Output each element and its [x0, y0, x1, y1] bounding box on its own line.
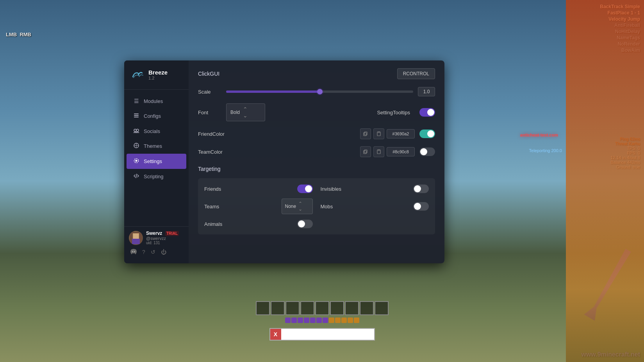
- teams-value: None: [285, 204, 296, 209]
- bottom-search-bar: X: [269, 328, 375, 341]
- svg-rect-11: [132, 239, 140, 244]
- themes-icon: [133, 143, 140, 149]
- gem-2: [291, 318, 297, 323]
- lmb-label: LMB RMB: [6, 32, 31, 37]
- rank-badge: TRIAL: [165, 231, 179, 236]
- svg-rect-0: [134, 114, 139, 114]
- teams-dropdown[interactable]: None ⌃⌄: [282, 199, 313, 214]
- friends-toggle[interactable]: [297, 185, 313, 193]
- themes-label: Themes: [144, 143, 162, 149]
- discord-btn[interactable]: [130, 249, 137, 256]
- scale-slider[interactable]: [226, 90, 413, 93]
- sidebar-item-modules[interactable]: ☰ Modules: [127, 94, 186, 108]
- friend-color-toggle[interactable]: [419, 130, 435, 138]
- team-color-label: TeamColor: [198, 149, 237, 155]
- hotbar-slot-8: [360, 301, 374, 315]
- svg-point-4: [136, 129, 139, 131]
- socials-label: Socials: [144, 128, 160, 134]
- friend-color-paste-icon[interactable]: [373, 128, 384, 139]
- hotbar-slot-4: [300, 301, 314, 315]
- gem-row: [285, 318, 359, 323]
- app-logo-text: Breeze 1.2: [148, 69, 168, 80]
- teleporting-text: Teleporting 200.0: [529, 148, 562, 153]
- app-logo-icon: [130, 67, 144, 82]
- close-search-btn[interactable]: X: [270, 329, 281, 340]
- sidebar-item-socials[interactable]: Socials: [127, 124, 186, 138]
- slider-thumb[interactable]: [317, 89, 323, 94]
- hotbar-slot-9: [375, 301, 389, 315]
- help-btn[interactable]: ?: [142, 249, 145, 256]
- search-input[interactable]: [281, 329, 374, 340]
- friend-color-copy-icon[interactable]: [360, 128, 371, 139]
- clickgui-keybind[interactable]: RCONTROL: [397, 68, 435, 79]
- hotbar-slot-3: [285, 301, 300, 315]
- font-label: Font: [198, 110, 221, 115]
- main-panel: Breeze 1.2 ☰ Modules Configs: [124, 60, 444, 263]
- tooltips-toggle[interactable]: [419, 108, 435, 117]
- gem-gold-4: [348, 318, 353, 323]
- mobs-toggle[interactable]: [413, 202, 429, 211]
- refresh-btn[interactable]: ↺: [151, 249, 155, 256]
- friend-color-label: FriendColor: [198, 131, 237, 137]
- font-dropdown-arrow: ⌃⌄: [243, 106, 248, 119]
- team-color-copy-icon[interactable]: [360, 146, 371, 157]
- svg-point-3: [134, 129, 136, 131]
- gem-1: [285, 318, 291, 323]
- animals-toggle-knob: [298, 220, 305, 227]
- power-btn[interactable]: ⏻: [161, 249, 166, 256]
- hud-topleft: LMB RMB: [6, 31, 31, 37]
- invisibles-item: Invisibles: [321, 185, 429, 193]
- friend-color-actions: #3690a2: [360, 128, 435, 139]
- gem-3: [298, 318, 303, 323]
- sidebar-item-themes[interactable]: Themes: [127, 138, 186, 154]
- slider-fill: [226, 90, 320, 93]
- svg-rect-14: [364, 133, 366, 136]
- teams-label: Teams: [204, 204, 278, 209]
- scripting-label: Scripting: [144, 174, 164, 179]
- avatar: [129, 231, 143, 245]
- gem-4: [304, 318, 309, 323]
- sidebar-item-scripting[interactable]: Scripting: [127, 169, 186, 184]
- team-color-toggle[interactable]: [419, 147, 435, 156]
- svg-rect-19: [364, 150, 367, 153]
- animals-label: Animals: [204, 221, 293, 227]
- sidebar-item-settings[interactable]: Settings: [127, 154, 186, 169]
- svg-rect-18: [364, 151, 366, 154]
- friends-item: Friends: [204, 185, 313, 193]
- scripting-icon: [133, 173, 140, 180]
- svg-point-6: [136, 160, 137, 162]
- team-color-hex: #8c90c8: [387, 147, 415, 156]
- gem-gold-5: [354, 318, 359, 323]
- gem-5: [310, 318, 316, 323]
- team-color-row: TeamColor #8c90c8: [198, 146, 435, 157]
- friend-color-row: FriendColor #3690a2: [198, 128, 435, 139]
- mobs-toggle-knob: [414, 203, 421, 210]
- mobs-item: Mobs: [321, 199, 429, 214]
- scale-row: Scale 1.0: [198, 87, 435, 96]
- tooltips-label: SettingTooltips: [270, 110, 415, 115]
- clickgui-label: ClickGUI: [198, 71, 219, 77]
- user-info: Swervz TRIAL @swervzz uid: 131: [129, 231, 184, 245]
- user-details: Swervz TRIAL @swervzz uid: 131: [146, 231, 179, 245]
- font-row: Font Bold ⌃⌄ SettingTooltips: [198, 103, 435, 121]
- team-color-paste-icon[interactable]: [373, 146, 384, 157]
- font-value: Bold: [230, 110, 240, 115]
- gem-gold-1: [329, 318, 334, 323]
- targeting-grid: Friends Invisibles Teams None: [204, 185, 429, 228]
- animals-toggle[interactable]: [297, 220, 313, 228]
- tooltips-toggle-knob: [427, 109, 434, 116]
- svg-rect-15: [364, 132, 367, 135]
- svg-rect-10: [134, 234, 138, 239]
- user-uid: uid: 131: [146, 241, 179, 245]
- app-version: 1.2: [148, 76, 168, 80]
- hotbar-slot-7: [345, 301, 359, 315]
- targeting-section-title: Targeting: [198, 164, 435, 172]
- settings-icon: [133, 158, 140, 165]
- hotbar-slot-2: [271, 301, 285, 315]
- user-handle: @swervzz: [146, 236, 179, 241]
- sidebar-item-configs[interactable]: Configs: [127, 108, 186, 124]
- svg-point-13: [134, 251, 135, 252]
- font-dropdown[interactable]: Bold ⌃⌄: [226, 103, 265, 121]
- scale-value: 1.0: [418, 87, 435, 96]
- invisibles-toggle[interactable]: [413, 185, 429, 193]
